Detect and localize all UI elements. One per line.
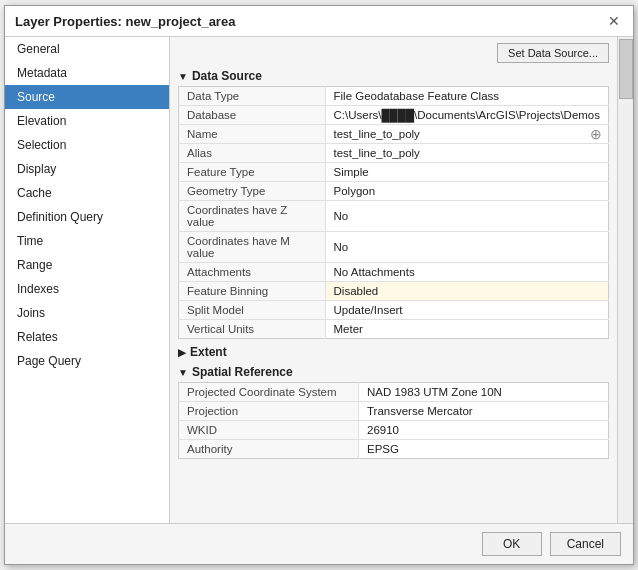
ok-button[interactable]: OK — [482, 532, 542, 556]
sidebar-item-cache[interactable]: Cache — [5, 181, 169, 205]
field-value: Meter — [325, 320, 608, 339]
sidebar-item-indexes[interactable]: Indexes — [5, 277, 169, 301]
field-value: EPSG — [359, 440, 609, 459]
table-row: Coordinates have M valueNo — [179, 232, 609, 263]
close-button[interactable]: ✕ — [605, 12, 623, 30]
field-value: File Geodatabase Feature Class — [325, 87, 608, 106]
table-row: Projected Coordinate SystemNAD 1983 UTM … — [179, 383, 609, 402]
field-value: Simple — [325, 163, 608, 182]
field-value: Disabled — [325, 282, 608, 301]
spatial-reference-table: Projected Coordinate SystemNAD 1983 UTM … — [178, 382, 609, 459]
field-label: Feature Type — [179, 163, 326, 182]
table-row: Nametest_line_to_poly⊕ — [179, 125, 609, 144]
table-row: ProjectionTransverse Mercator — [179, 402, 609, 421]
sidebar-item-time[interactable]: Time — [5, 229, 169, 253]
extent-section-label: Extent — [190, 345, 227, 359]
sidebar-item-page-query[interactable]: Page Query — [5, 349, 169, 373]
extent-section-header[interactable]: ▶ Extent — [178, 345, 609, 359]
table-row: Aliastest_line_to_poly — [179, 144, 609, 163]
field-value: Transverse Mercator — [359, 402, 609, 421]
field-value: NAD 1983 UTM Zone 10N — [359, 383, 609, 402]
sidebar: GeneralMetadataSourceElevationSelectionD… — [5, 37, 170, 523]
field-label: Name — [179, 125, 326, 144]
field-value: C:\Users\████\Documents\ArcGIS\Projects\… — [325, 106, 608, 125]
table-row: WKID26910 — [179, 421, 609, 440]
field-value: test_line_to_poly — [325, 144, 608, 163]
chevron-right-icon: ▶ — [178, 347, 186, 358]
table-row: Vertical UnitsMeter — [179, 320, 609, 339]
field-label: Authority — [179, 440, 359, 459]
top-button-row: Set Data Source... — [178, 43, 609, 63]
field-label: WKID — [179, 421, 359, 440]
field-value: 26910 — [359, 421, 609, 440]
field-value: No — [325, 201, 608, 232]
sidebar-item-source[interactable]: Source — [5, 85, 169, 109]
field-label: Coordinates have M value — [179, 232, 326, 263]
table-row: Data TypeFile Geodatabase Feature Class — [179, 87, 609, 106]
sidebar-item-metadata[interactable]: Metadata — [5, 61, 169, 85]
data-source-section-label: Data Source — [192, 69, 262, 83]
dialog-title: Layer Properties: new_project_area — [15, 14, 235, 29]
dialog-footer: OK Cancel — [5, 523, 633, 564]
field-label: Geometry Type — [179, 182, 326, 201]
table-row: Geometry TypePolygon — [179, 182, 609, 201]
dialog-body: GeneralMetadataSourceElevationSelectionD… — [5, 37, 633, 523]
field-label: Projection — [179, 402, 359, 421]
sidebar-item-general[interactable]: General — [5, 37, 169, 61]
sidebar-item-definition-query[interactable]: Definition Query — [5, 205, 169, 229]
data-source-section-header[interactable]: ▼ Data Source — [178, 69, 609, 83]
chevron-down-icon: ▼ — [178, 71, 188, 82]
sidebar-item-range[interactable]: Range — [5, 253, 169, 277]
layer-properties-dialog: Layer Properties: new_project_area ✕ Gen… — [4, 5, 634, 565]
field-value: Update/Insert — [325, 301, 608, 320]
table-row: Coordinates have Z valueNo — [179, 201, 609, 232]
main-content: Set Data Source... ▼ Data Source Data Ty… — [170, 37, 617, 523]
field-label: Vertical Units — [179, 320, 326, 339]
field-label: Data Type — [179, 87, 326, 106]
scrollbar-thumb[interactable] — [619, 39, 633, 99]
title-bar: Layer Properties: new_project_area ✕ — [5, 6, 633, 37]
sidebar-item-selection[interactable]: Selection — [5, 133, 169, 157]
sidebar-item-relates[interactable]: Relates — [5, 325, 169, 349]
spatial-reference-section-label: Spatial Reference — [192, 365, 293, 379]
sidebar-item-display[interactable]: Display — [5, 157, 169, 181]
field-label: Alias — [179, 144, 326, 163]
copy-icon[interactable]: ⊕ — [590, 126, 602, 142]
field-value: test_line_to_poly⊕ — [325, 125, 608, 144]
field-label: Coordinates have Z value — [179, 201, 326, 232]
table-row: Feature BinningDisabled — [179, 282, 609, 301]
field-value: Polygon — [325, 182, 608, 201]
sidebar-item-joins[interactable]: Joins — [5, 301, 169, 325]
scrollbar-track[interactable] — [617, 37, 633, 523]
field-value: No — [325, 232, 608, 263]
spatial-reference-section-header[interactable]: ▼ Spatial Reference — [178, 365, 609, 379]
table-row: DatabaseC:\Users\████\Documents\ArcGIS\P… — [179, 106, 609, 125]
table-row: AttachmentsNo Attachments — [179, 263, 609, 282]
field-value: No Attachments — [325, 263, 608, 282]
cancel-button[interactable]: Cancel — [550, 532, 621, 556]
set-datasource-button[interactable]: Set Data Source... — [497, 43, 609, 63]
chevron-down-icon-sr: ▼ — [178, 367, 188, 378]
field-label: Split Model — [179, 301, 326, 320]
table-row: Split ModelUpdate/Insert — [179, 301, 609, 320]
field-label: Projected Coordinate System — [179, 383, 359, 402]
sidebar-item-elevation[interactable]: Elevation — [5, 109, 169, 133]
table-row: AuthorityEPSG — [179, 440, 609, 459]
field-label: Attachments — [179, 263, 326, 282]
field-label: Database — [179, 106, 326, 125]
data-source-table: Data TypeFile Geodatabase Feature ClassD… — [178, 86, 609, 339]
table-row: Feature TypeSimple — [179, 163, 609, 182]
field-label: Feature Binning — [179, 282, 326, 301]
